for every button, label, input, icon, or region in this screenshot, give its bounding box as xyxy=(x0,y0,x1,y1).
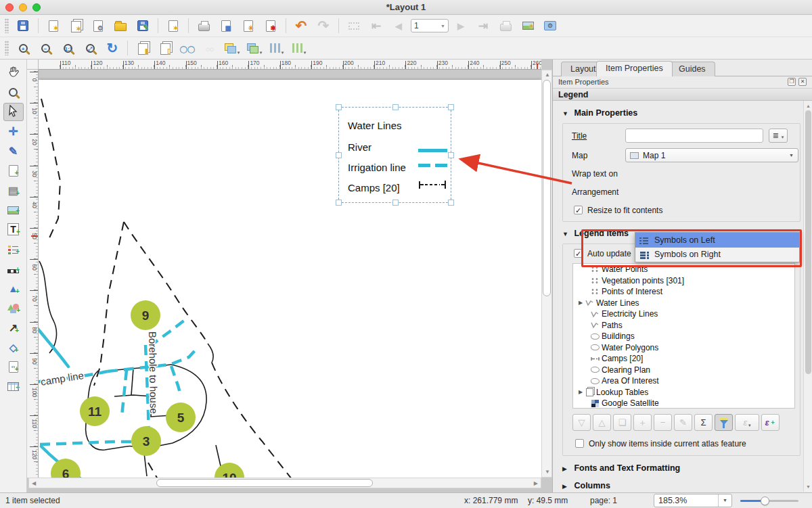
zoom-slider-knob[interactable] xyxy=(761,497,769,505)
raise-items-button[interactable]: ▾ xyxy=(222,39,242,57)
legend-title-input[interactable] xyxy=(625,129,763,143)
edit-nodes-item-tool[interactable]: ✎ xyxy=(3,142,24,160)
close-panel-icon[interactable]: ✕ xyxy=(798,78,807,86)
move-item-down-button[interactable]: ▽ xyxy=(572,414,591,431)
add-expression-button[interactable]: ε＋ xyxy=(761,414,780,431)
unlock-items-button[interactable]: ▯ xyxy=(155,39,175,57)
new-layout-button[interactable]: ✶ xyxy=(43,16,64,35)
layout-manager-button[interactable]: ⚙ xyxy=(88,16,108,35)
list-item[interactable]: Area Of Interest xyxy=(573,375,794,387)
list-item[interactable]: Electricity Lines xyxy=(573,308,794,320)
section-fonts-formatting[interactable]: ▶ Fonts and Text Formatting xyxy=(562,463,680,473)
data-defined-override-button[interactable]: ≣▾ xyxy=(769,129,788,143)
export-svg-button[interactable]: ✳ xyxy=(238,16,258,35)
atlas-settings-button[interactable]: ⚙ xyxy=(540,16,560,35)
print-button[interactable] xyxy=(194,16,214,35)
list-item[interactable]: Vegetation points [301] xyxy=(573,275,794,287)
legend-item-selected[interactable]: Water Lines River Irrigation line Camps … xyxy=(338,107,451,203)
map-select[interactable]: Map 1 ▼ xyxy=(625,148,798,162)
atlas-page-input[interactable]: 1▼ xyxy=(411,19,449,32)
redo-button[interactable]: ↷ xyxy=(313,16,334,35)
selection-handle[interactable] xyxy=(336,104,342,110)
selection-handle[interactable] xyxy=(392,200,399,206)
selection-handle[interactable] xyxy=(448,152,454,158)
duplicate-layout-button[interactable]: ✶ xyxy=(66,16,86,35)
lock-items-button[interactable]: ▮ xyxy=(133,39,153,57)
next-feature-button[interactable]: ▶ xyxy=(451,16,471,35)
scroll-up-icon[interactable]: ▲ xyxy=(545,72,550,78)
first-feature-button[interactable]: ⇤ xyxy=(366,16,386,35)
add-map-tool[interactable]: + xyxy=(3,162,24,180)
auto-update-checkbox[interactable]: ✓ xyxy=(574,249,583,258)
add-arrow-tool[interactable]: ↗+ xyxy=(3,319,24,337)
zoom-level-select[interactable]: 185.3% ▼ xyxy=(654,494,732,507)
pan-tool[interactable] xyxy=(3,64,24,82)
expand-arrow-icon[interactable]: ▶ xyxy=(573,300,583,306)
list-item[interactable]: Water Points xyxy=(573,264,794,275)
zoom-full-button[interactable]: ⤢ xyxy=(80,39,100,57)
zoom-out-button[interactable]: − xyxy=(35,39,55,57)
tab-guides[interactable]: Guides xyxy=(669,62,715,76)
add-attribute-table-tool[interactable]: + xyxy=(3,377,24,396)
expand-arrow-icon[interactable]: ▶ xyxy=(573,389,583,395)
zoom-actual-button[interactable]: 1:1 xyxy=(58,39,78,57)
section-legend-items[interactable]: ▼ Legend Items xyxy=(562,229,629,238)
zoom-tool[interactable] xyxy=(3,83,24,101)
undo-button[interactable]: ↶ xyxy=(291,16,311,35)
new-item-from-template-button[interactable]: ✶ xyxy=(163,16,183,35)
export-atlas-button[interactable]: ✶ xyxy=(518,16,538,35)
atlas-filter-checkbox[interactable] xyxy=(575,439,584,448)
zoom-slider[interactable] xyxy=(740,500,798,502)
save-as-template-button[interactable]: ✎ xyxy=(133,16,153,35)
selection-handle[interactable] xyxy=(336,200,342,206)
add-north-arrow-tool[interactable]: ▲+ xyxy=(3,279,24,298)
list-item[interactable]: Clearing Plan xyxy=(573,365,794,376)
scroll-right-icon[interactable]: ▶ xyxy=(534,481,538,486)
resize-to-fit-checkbox[interactable]: ✓ xyxy=(574,206,583,214)
add-picture-tool[interactable]: + xyxy=(3,201,24,219)
last-feature-button[interactable]: ⇥ xyxy=(473,16,493,35)
move-item-up-button[interactable]: △ xyxy=(593,414,611,431)
previous-feature-button[interactable]: ◀ xyxy=(388,16,409,35)
section-columns[interactable]: ▶ Columns xyxy=(562,481,610,490)
filter-expression-button[interactable]: ε▾ xyxy=(735,414,759,431)
map-item[interactable]: camp line Borehole to house 9 11 5 3 6 1… xyxy=(39,80,541,478)
list-item[interactable]: Buildings xyxy=(573,331,794,342)
distribute-items-button[interactable]: ▾ xyxy=(267,39,287,57)
group-items-button[interactable]: ◯◯ xyxy=(177,39,198,57)
list-item[interactable]: Paths xyxy=(573,320,794,331)
scroll-left-icon[interactable]: ◀ xyxy=(32,481,36,486)
add-item-button[interactable]: ＋ xyxy=(633,414,652,431)
legend-items-list[interactable]: Water Points Vegetation points [301] Poi… xyxy=(572,263,795,409)
align-items-button[interactable]: ▾ xyxy=(244,39,265,57)
list-item[interactable]: Points of Interest xyxy=(573,286,794,298)
vertical-scrollbar[interactable]: ▲ ▼ xyxy=(541,70,552,478)
list-item[interactable]: ▶Lookup Tables xyxy=(573,387,794,398)
export-pdf-button[interactable]: ✱ xyxy=(261,16,281,35)
edit-item-button[interactable]: ✎ xyxy=(674,414,692,431)
add-shape-tool[interactable]: + xyxy=(3,299,24,317)
scroll-down-icon[interactable]: ▼ xyxy=(545,469,550,475)
section-main-properties[interactable]: ▼ Main Properties xyxy=(562,108,637,118)
scroll-up-icon[interactable]: ▲ xyxy=(806,103,811,108)
select-move-item-tool[interactable] xyxy=(3,103,24,121)
add-scale-bar-tool[interactable]: + xyxy=(3,260,24,278)
option-symbols-on-left[interactable]: Symbols on Left xyxy=(635,233,799,248)
option-symbols-on-right[interactable]: Symbols on Right xyxy=(635,248,799,262)
selection-handle[interactable] xyxy=(448,200,454,206)
list-item[interactable]: ▶Water Lines xyxy=(573,298,794,309)
tab-item-properties[interactable]: Item Properties xyxy=(596,61,673,76)
add-items-from-template-button[interactable] xyxy=(110,16,131,35)
selection-handle[interactable] xyxy=(336,152,342,158)
add-label-tool[interactable]: T+ xyxy=(3,221,24,239)
count-features-button[interactable]: Σ xyxy=(694,414,713,431)
move-item-content-tool[interactable]: ✛ xyxy=(3,122,24,141)
horizontal-scrollbar-thumb[interactable] xyxy=(156,479,373,487)
preview-atlas-button[interactable] xyxy=(344,16,364,35)
add-html-tool[interactable]: ‹›+ xyxy=(3,358,24,376)
filter-legend-button[interactable] xyxy=(715,414,733,431)
float-panel-icon[interactable]: ❐ xyxy=(788,78,796,86)
zoom-in-button[interactable]: + xyxy=(13,39,33,57)
scroll-down-icon[interactable]: ▼ xyxy=(806,484,811,489)
add-legend-tool[interactable]: + xyxy=(3,240,24,258)
